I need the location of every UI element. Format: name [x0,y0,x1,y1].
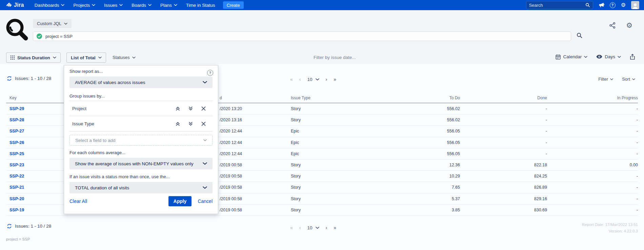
user-avatar[interactable] [631,1,639,9]
next-page-button[interactable]: › [326,225,327,230]
move-bottom-button[interactable] [184,106,197,111]
nav-item-plans[interactable]: Plans [156,0,182,10]
issue-key-link[interactable]: SSP-20 [9,193,24,204]
pagination-top: « ‹ 10 › » [290,77,371,82]
issue-key-link[interactable]: SSP-19 [9,205,24,215]
issue-type-cell: Epic [291,126,299,137]
issue-key-link[interactable]: SSP-27 [9,126,24,137]
col-header-created-fragment[interactable]: d [220,96,222,100]
page-size-select[interactable]: 10 [307,225,319,230]
report-type-label: Status Duration [17,55,50,60]
todo-cell: 556.02 [447,114,460,125]
refresh-icon[interactable] [7,76,12,81]
in-progress-cell: - [637,182,638,193]
megaphone-icon[interactable] [599,2,604,8]
prev-page-button[interactable]: ‹ [299,77,301,82]
col-header-done[interactable]: Done [537,96,547,100]
results-count-bottom: Issues: 1 - 10 / 28 [7,224,51,229]
last-page-button[interactable]: » [334,225,336,230]
in-progress-cell: - [637,205,638,215]
panel-help-icon[interactable]: ? [207,70,213,76]
first-page-button[interactable]: « [290,77,293,82]
nav-item-time-in-status[interactable]: Time in Status [182,0,220,10]
grid-icon [11,56,15,60]
unit-dropdown[interactable]: Days [596,54,621,59]
top-nav: Jira Dashboards Projects Issues Boards P… [0,0,644,10]
jira-logo[interactable]: Jira [6,2,24,8]
in-progress-cell: - [637,193,638,204]
search-icon [585,3,590,7]
statuses-dropdown[interactable]: Statuses [113,55,136,60]
sort-dropdown[interactable]: Sort [622,77,635,82]
issue-key-link[interactable]: SSP-29 [9,103,24,114]
run-search-icon[interactable] [577,33,582,38]
nav-item-issues[interactable]: Issues [100,0,127,10]
created-cell: /2020 12:44 [220,137,242,148]
toolbar-right-group: Calendar Days [556,54,635,60]
unit-label: Days [605,54,615,59]
nav-item-dashboards[interactable]: Dashboards [30,0,69,10]
chevron-down-icon [584,56,587,58]
col-header-issue-type[interactable]: Issue Type [291,96,310,100]
issue-date-filter-input[interactable]: Filter by issue date... [314,55,356,60]
created-cell: /2019 00:58 [220,182,242,193]
apply-button[interactable]: Apply [168,196,192,206]
nav-item-boards[interactable]: Boards [127,0,156,10]
issue-key-link[interactable]: SSP-28 [9,114,24,125]
columns-average-select[interactable]: Show the average of issues with NON-EMPT… [69,158,213,169]
calendar-dropdown[interactable]: Calendar [556,54,587,60]
nav-item-projects[interactable]: Projects [69,0,100,10]
done-cell: 830.69 [534,205,547,215]
issue-key-link[interactable]: SSP-22 [9,171,24,182]
done-cell: - [546,137,547,148]
nav-search-input[interactable]: Search [526,1,593,9]
query-mode-button[interactable]: Custom JQL [33,19,72,28]
group-field-row: Issue Type [69,116,213,131]
col-header-in-progress[interactable]: In Progress [617,96,638,100]
in-progress-cell: - [637,137,638,148]
jira-logo-icon [6,2,12,8]
remove-field-button[interactable] [197,106,210,111]
export-icon[interactable] [630,54,635,60]
first-page-button[interactable]: « [290,225,293,230]
view-mode-button[interactable]: List of Total [66,53,106,63]
show-report-as-select[interactable]: AVERAGE of values across issues [69,77,213,88]
jql-echo: project = SSP [6,237,30,241]
move-top-button[interactable] [171,106,184,111]
in-progress-cell: - [637,114,638,125]
todo-cell: 556.05 [447,137,460,148]
cancel-link[interactable]: Cancel [198,199,213,204]
add-field-select[interactable]: Select a field to add [69,135,213,146]
next-page-button[interactable]: › [326,77,327,82]
group-by-rows: Project Issue Type [69,101,213,131]
filter-dropdown[interactable]: Filter [598,77,613,82]
query-mode-label: Custom JQL [37,21,61,26]
issue-key-link[interactable]: SSP-23 [9,160,24,170]
calendar-icon [556,54,561,60]
help-icon[interactable]: ? [610,2,616,8]
clear-all-link[interactable]: Clear All [69,199,87,204]
issue-key-link[interactable]: SSP-21 [9,182,24,193]
last-page-button[interactable]: » [334,77,336,82]
issue-key-link[interactable]: SSP-25 [9,148,24,159]
settings-gear-icon[interactable]: ⚙ [621,2,626,8]
chevron-down-icon [632,78,635,80]
pagination-bottom: « ‹ 10 › » [290,225,371,230]
remove-field-button[interactable] [197,122,210,126]
group-field-name: Project [72,106,171,111]
chevron-down-icon [618,56,621,58]
col-header-todo[interactable]: To Do [449,96,460,100]
move-bottom-button[interactable] [184,122,197,126]
refresh-icon[interactable] [7,224,12,229]
create-button[interactable]: Create [223,1,244,9]
issue-key-link[interactable]: SSP-26 [9,137,24,148]
page-size-select[interactable]: 10 [307,77,319,82]
multiple-visits-select[interactable]: TOTAL duration of all visits [69,182,213,193]
report-type-button[interactable]: Status Duration [6,53,61,63]
jql-input[interactable]: project = SSP [33,32,571,41]
col-header-key[interactable]: Key [9,96,17,100]
report-settings-gear-icon[interactable]: ⚙ [626,22,632,29]
share-icon[interactable] [609,22,616,29]
move-top-button[interactable] [171,122,184,126]
prev-page-button[interactable]: ‹ [299,225,301,230]
